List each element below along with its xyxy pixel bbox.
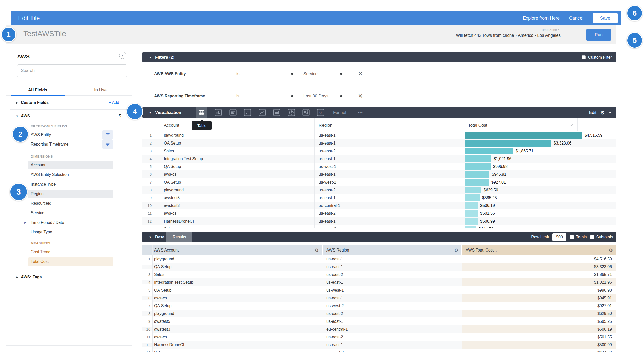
column-gear-icon[interactable]: ⚙: [454, 248, 458, 253]
viz-type-funnel[interactable]: Funnel: [333, 110, 346, 115]
collapse-caret-icon[interactable]: ▼: [149, 236, 152, 239]
more-viz-types-button[interactable]: •••: [358, 110, 363, 115]
viz-col-region[interactable]: Region: [319, 123, 332, 128]
account-cell: HarnessDroneCI: [154, 219, 314, 224]
subtotals-checkbox[interactable]: [590, 235, 594, 239]
viz-col-account[interactable]: Account: [164, 123, 179, 128]
viz-type-line-chart-icon[interactable]: [259, 109, 266, 116]
collapse-caret-icon[interactable]: ▼: [149, 111, 152, 114]
tile-name-input[interactable]: TestAWSTile: [23, 29, 66, 38]
measures-label: MEASURES: [31, 241, 50, 245]
tab-all-fields[interactable]: All Fields: [6, 85, 69, 95]
cost-bar: [465, 171, 489, 178]
data-table-row: 13Salesus-west-2$444.79: [142, 349, 616, 352]
expand-caret-icon[interactable]: ▶: [13, 101, 21, 104]
filter-icon-button[interactable]: [102, 130, 113, 139]
visualization-section-header[interactable]: ▼ Visualization: [142, 107, 616, 118]
region-cell: us-east-1: [314, 157, 464, 161]
totals-checkbox[interactable]: [570, 235, 574, 239]
viz-settings-caret-icon[interactable]: [609, 112, 611, 113]
viz-type-pie-chart-icon[interactable]: [288, 109, 295, 116]
collapse-caret-icon[interactable]: ▼: [149, 56, 152, 59]
viz-type-column-chart-icon[interactable]: [215, 109, 222, 116]
column-gear-icon[interactable]: ⚙: [315, 248, 319, 253]
viz-table-row: 3Salesus-east-2$1,865.71: [142, 147, 616, 155]
filter-row: AWS AWS Entity is Service ✕: [142, 62, 616, 85]
viz-type-bar-chart-icon[interactable]: [229, 109, 237, 116]
viz-type-area-chart-icon[interactable]: [273, 109, 280, 116]
dimension-usage-type[interactable]: Usage Type: [28, 228, 113, 236]
viz-type-map-icon[interactable]: [302, 109, 310, 116]
dimension-resourceid[interactable]: ResourceId: [28, 199, 113, 208]
run-button[interactable]: Run: [586, 29, 611, 41]
remove-filter-button[interactable]: ✕: [358, 70, 363, 77]
expand-caret-icon[interactable]: ▶: [24, 221, 26, 224]
cancel-button[interactable]: Cancel: [569, 16, 583, 21]
time-zone-dropdown[interactable]: Time Zone: [541, 28, 561, 32]
add-custom-field-button[interactable]: + Add: [109, 100, 119, 105]
edit-tile-page: Edit Tile Explore from Here Cancel Save …: [0, 0, 644, 358]
row-number: 1: [142, 257, 152, 261]
filters-section-header[interactable]: ▼ Filters (2) Custom Filter: [142, 52, 616, 62]
data-col-aws-account[interactable]: AWS Account ⚙: [142, 245, 323, 255]
row-limit-input[interactable]: [552, 233, 566, 241]
dimension-service[interactable]: Service: [28, 209, 113, 217]
explore-from-here-button[interactable]: Explore from Here: [523, 16, 560, 21]
filters-header-label: Filters (2): [155, 55, 175, 60]
filter-icon-button[interactable]: [102, 139, 113, 149]
data-col-aws-total-cost[interactable]: AWS Total Cost ↓ ⚙: [462, 245, 616, 255]
cost-bar: [465, 187, 481, 193]
annotation-circle-5: 5: [627, 32, 643, 48]
collapse-caret-icon[interactable]: ▼: [13, 115, 21, 118]
dimension-account[interactable]: Account: [28, 161, 113, 169]
aws-group-row[interactable]: ▼ AWS 5: [6, 112, 132, 120]
dimension-region[interactable]: Region: [28, 190, 113, 198]
viz-settings-gear-icon[interactable]: ⚙: [600, 110, 605, 116]
viz-type-single-value-icon[interactable]: 6: [317, 109, 324, 116]
viz-type-scatter-icon[interactable]: [244, 109, 251, 116]
data-table-row: 4Integration Test Setupus-east-1$1,021.9…: [142, 278, 616, 286]
column-divider: [154, 118, 154, 228]
custom-fields-group[interactable]: ▶ Custom Fields + Add: [6, 98, 132, 107]
column-gear-icon[interactable]: ⚙: [609, 248, 613, 253]
row-number: 4: [142, 157, 154, 161]
account-cell: QA Setup: [154, 164, 314, 169]
region-cell: us-west-1: [314, 164, 464, 169]
aws-tags-group-row[interactable]: ▶ AWS: Tags: [6, 273, 132, 281]
filter-value-select[interactable]: Last 30 Days: [300, 90, 345, 102]
field-tabs: All Fields In Use: [6, 85, 132, 96]
dimension-instance-type[interactable]: Instance Type: [28, 180, 113, 189]
filter-icon: [105, 133, 110, 137]
measure-cost-trend[interactable]: Cost Trend: [28, 248, 113, 256]
viz-col-total-cost[interactable]: Total Cost: [468, 123, 487, 128]
filter-value-select[interactable]: Service: [300, 68, 345, 80]
viz-type-table-icon[interactable]: [196, 107, 207, 118]
fetch-status-text: Will fetch 442 rows from cache · America…: [456, 33, 561, 38]
custom-filter-checkbox[interactable]: [582, 55, 586, 59]
field-aws-entity[interactable]: AWS Entity: [28, 131, 113, 139]
viz-edit-button[interactable]: Edit: [589, 110, 596, 115]
dimension-time-period-date[interactable]: Time Period / Date: [28, 218, 113, 227]
filter-operator-select[interactable]: is: [233, 90, 296, 102]
data-col-aws-region[interactable]: AWS Region ⚙: [323, 245, 462, 255]
annotation-circle-4: 4: [126, 103, 143, 120]
tab-results[interactable]: Results: [166, 232, 192, 242]
total-cost-cell: $3,323.06: [462, 263, 616, 271]
data-section-header[interactable]: ▼ Data Results Row Limit Totals Subtotal…: [142, 232, 616, 242]
filter-operator-select[interactable]: is: [233, 68, 296, 80]
total-cost-cell: $927.01: [464, 178, 616, 186]
save-button[interactable]: Save: [593, 13, 618, 23]
field-reporting-timeframe[interactable]: Reporting Timeframe: [28, 140, 113, 149]
dimension-aws-entity-selection[interactable]: AWS Entity Selection: [28, 170, 113, 179]
column-menu-chevron-icon[interactable]: [569, 124, 573, 126]
collapse-sidebar-button[interactable]: ‹: [119, 52, 126, 59]
remove-filter-button[interactable]: ✕: [358, 93, 363, 100]
measure-total-cost[interactable]: Total Cost: [28, 257, 113, 266]
viz-table-row: 1playgroundus-east-1$4,516.59: [142, 131, 616, 139]
data-table-row: 6aws-csus-east-1$945.91: [142, 294, 616, 302]
annotation-circle-1: 1: [1, 27, 16, 42]
tab-in-use[interactable]: In Use: [69, 85, 132, 95]
cost-bar: [465, 163, 491, 170]
search-input[interactable]: [17, 64, 127, 77]
expand-caret-icon[interactable]: ▶: [13, 276, 21, 279]
